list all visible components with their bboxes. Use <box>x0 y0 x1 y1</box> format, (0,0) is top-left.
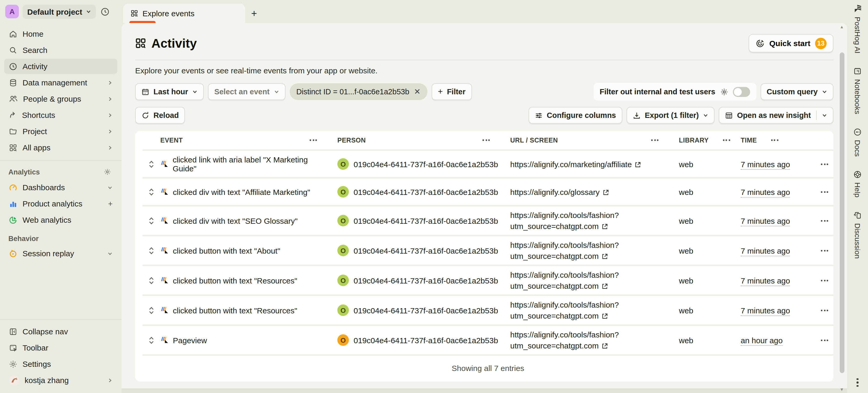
sidebar-item-session-replay[interactable]: Session replay <box>4 246 117 261</box>
project-switcher[interactable]: Default project <box>23 4 96 19</box>
row-menu[interactable] <box>819 308 833 312</box>
sidebar-item-collapse-nav[interactable]: Collapse nav <box>4 324 117 339</box>
rail-item-posthog-ai[interactable]: PostHog AI <box>853 4 862 54</box>
open-as-new-insight-button[interactable]: Open as new insight <box>719 107 833 124</box>
library-column-menu[interactable] <box>721 138 732 143</box>
date-range-button[interactable]: Last hour <box>135 83 204 100</box>
sidebar-item-people-groups[interactable]: People & groups <box>4 91 117 107</box>
sidebar-item-settings[interactable]: Settings <box>4 356 117 371</box>
horizontal-scroll-track[interactable] <box>122 388 847 393</box>
sidebar-item-activity[interactable]: Activity <box>4 59 117 74</box>
row-expander[interactable] <box>143 160 160 168</box>
sidebar-item-data-management[interactable]: Data management <box>4 75 117 90</box>
sidebar-item-toolbar[interactable]: Toolbar <box>4 340 117 355</box>
plus-icon: + <box>251 8 257 19</box>
event-url[interactable]: https://alignify.co/tools/fashion? <box>510 269 670 280</box>
rail-overflow-menu[interactable] <box>857 378 859 387</box>
row-expander[interactable] <box>143 336 160 344</box>
table-row[interactable]: Pageview O019c04e4-6411-737f-a16f-0ac6e1… <box>143 324 833 354</box>
table-row[interactable]: clicked link with aria label "X Marketin… <box>143 149 833 177</box>
row-menu[interactable] <box>819 278 833 283</box>
internal-users-toggle[interactable] <box>733 87 750 97</box>
sidebar-item-shortcuts[interactable]: Shortcuts <box>4 108 117 123</box>
person-id[interactable]: 019c04e4-6411-737f-a16f-0ac6e1a2b53b <box>353 159 498 169</box>
event-url[interactable]: https://alignify.co/tools/fashion? <box>510 239 670 250</box>
external-link-icon[interactable] <box>601 343 608 350</box>
row-menu[interactable] <box>819 248 833 253</box>
row-menu[interactable] <box>819 338 833 342</box>
external-link-icon[interactable] <box>601 223 608 230</box>
vertical-scrollbar[interactable]: ▲ ▼ <box>839 25 845 385</box>
event-url[interactable]: https://alignify.co/tools/fashion? <box>510 329 670 340</box>
scrollbar-thumb[interactable] <box>840 52 844 373</box>
org-avatar[interactable]: A <box>5 5 19 18</box>
person-id[interactable]: 019c04e4-6411-737f-a16f-0ac6e1a2b53b <box>353 187 498 196</box>
sidebar-item-product-analytics[interactable]: Product analytics + <box>4 196 117 211</box>
new-tab-button[interactable]: + <box>245 4 263 23</box>
custom-query-button[interactable]: Custom query <box>761 83 833 100</box>
export-button[interactable]: Export (1 filter) <box>626 107 714 124</box>
analytics-gear-icon[interactable] <box>103 167 112 177</box>
remove-filter-icon[interactable]: ✕ <box>414 87 421 96</box>
person-id[interactable]: 019c04e4-6411-737f-a16f-0ac6e1a2b53b <box>353 216 498 225</box>
distinct-id-filter-chip[interactable]: Distinct ID = 01...f-0ac6e1a2b53b ✕ <box>289 83 427 100</box>
sidebar-item-project[interactable]: Project <box>4 124 117 139</box>
url-column-menu[interactable] <box>650 138 660 143</box>
add-filter-button[interactable]: + Filter <box>432 83 472 100</box>
row-menu[interactable] <box>819 189 833 194</box>
external-link-icon[interactable] <box>601 283 608 290</box>
event-column-menu[interactable] <box>308 138 318 143</box>
external-link-icon[interactable] <box>634 161 641 168</box>
event-url[interactable]: https://alignify.co/tools/fashion? <box>510 210 670 221</box>
event-select[interactable]: Select an event <box>208 83 285 100</box>
quick-start-button[interactable]: Quick start 13 <box>748 34 833 52</box>
row-menu[interactable] <box>819 162 833 167</box>
row-expander[interactable] <box>143 246 160 254</box>
table-row[interactable]: clicked button with text "Resources" O01… <box>143 295 833 324</box>
plus-icon[interactable]: + <box>108 199 113 208</box>
rail-item-notebooks[interactable]: Notebooks <box>853 67 862 114</box>
sidebar-item-all-apps[interactable]: All apps <box>4 140 117 155</box>
library-value: web <box>679 306 741 315</box>
table-row[interactable]: clicked div with text "SEO Glossary" O01… <box>143 205 833 235</box>
autocapture-event-icon <box>160 246 169 255</box>
rail-item-docs[interactable]: Docs <box>853 128 862 157</box>
external-link-icon[interactable] <box>601 313 608 320</box>
table-row[interactable]: clicked div with text "Affiliate Marketi… <box>143 177 833 205</box>
configure-columns-button[interactable]: Configure columns <box>529 107 622 124</box>
person-id[interactable]: 019c04e4-6411-737f-a16f-0ac6e1a2b53b <box>353 306 498 315</box>
row-expander[interactable] <box>143 188 160 196</box>
sidebar-item-search[interactable]: Search <box>4 42 117 58</box>
external-link-icon[interactable] <box>601 253 608 260</box>
row-expander[interactable] <box>143 306 160 314</box>
sidebar-item-web-analytics[interactable]: Web analytics <box>4 212 117 228</box>
external-link-icon[interactable] <box>602 189 609 196</box>
gear-icon[interactable] <box>720 88 728 96</box>
rail-item-discussion[interactable]: Discussion <box>853 211 862 258</box>
row-expander[interactable] <box>143 217 160 224</box>
person-id[interactable]: 019c04e4-6411-737f-a16f-0ac6e1a2b53b <box>353 336 498 344</box>
autocapture-event-icon <box>160 216 169 225</box>
person-id[interactable]: 019c04e4-6411-737f-a16f-0ac6e1a2b53b <box>353 276 498 285</box>
chevron-down-icon[interactable] <box>822 113 827 118</box>
event-url[interactable]: https://alignify.co/glossary <box>510 187 599 196</box>
row-menu[interactable] <box>819 218 833 223</box>
time-column-menu[interactable] <box>770 138 780 143</box>
event-url[interactable]: https://alignify.co/marketing/affiliate <box>510 159 632 169</box>
row-expander[interactable] <box>143 276 160 284</box>
recent-activity-clock-icon[interactable] <box>99 6 111 17</box>
table-row[interactable]: clicked button with text "Resources" O01… <box>143 265 833 295</box>
person-id[interactable]: 019c04e4-6411-737f-a16f-0ac6e1a2b53b <box>353 246 498 255</box>
scroll-down-arrow[interactable]: ▼ <box>840 388 844 392</box>
scroll-up-arrow[interactable]: ▲ <box>840 25 844 29</box>
rail-item-help[interactable]: Help <box>853 170 862 198</box>
tab-explore-events[interactable]: Explore events <box>123 4 245 23</box>
sidebar-item-home[interactable]: Home <box>4 26 117 41</box>
sidebar-item-dashboards[interactable]: Dashboards <box>4 180 117 195</box>
sidebar-item-user-account[interactable]: kostja zhang <box>4 372 117 388</box>
event-url[interactable]: https://alignify.co/tools/fashion? <box>510 299 670 310</box>
reload-button[interactable]: Reload <box>135 107 185 124</box>
person-column-menu[interactable] <box>481 138 491 143</box>
chevron-right-icon <box>107 80 113 85</box>
table-row[interactable]: clicked button with text "About" O019c04… <box>143 235 833 265</box>
